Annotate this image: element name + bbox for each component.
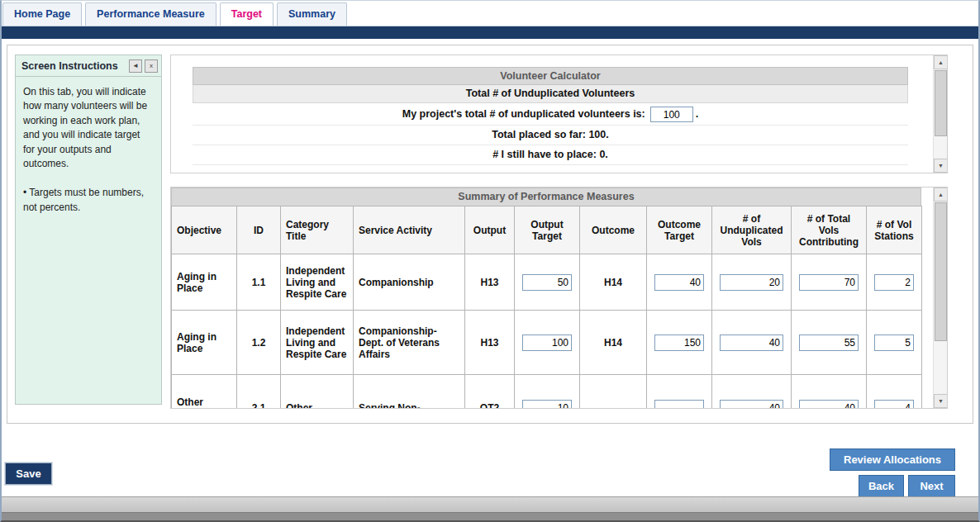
volunteer-calculator-table: Volunteer Calculator Total # of Unduplic… [193, 67, 908, 165]
cell-output-target [515, 375, 580, 410]
cell-id: 1.2 [237, 311, 281, 375]
scroll-down-icon[interactable]: ▼ [934, 394, 948, 408]
app-window: Home Page Performance Measure Target Sum… [0, 0, 980, 522]
table-row: Aging in Place 1.2 Independent Living an… [172, 311, 922, 375]
tab-home-page[interactable]: Home Page [2, 2, 82, 26]
cell-unduplicated-vols [712, 311, 792, 375]
cell-activity: Companionship [354, 254, 465, 311]
cell-outcome [580, 375, 647, 410]
volunteer-calculator-panel: Volunteer Calculator Total # of Unduplic… [170, 55, 948, 173]
cell-activity: Companionship-Dept. of Veterans Affairs [354, 311, 465, 375]
cell-outcome: H14 [580, 254, 647, 311]
cell-activity: Serving Non- [354, 375, 465, 410]
next-button[interactable]: Next [908, 475, 955, 497]
performance-measures-title: Summary of Performance Measures [171, 187, 921, 206]
col-unduplicated-vols: # of Unduplicated Vols [712, 206, 792, 254]
content-area: Screen Instructions ◄ x On this tab, you… [7, 45, 973, 424]
back-button[interactable]: Back [859, 475, 904, 497]
cell-output: OT2 [465, 375, 515, 410]
screen-instructions-body: On this tab, you will indicate how many … [16, 77, 161, 223]
outcome-target-input[interactable] [654, 400, 704, 410]
col-vol-stations: # of Vol Stations [867, 206, 922, 254]
col-outcome-target: Outcome Target [647, 206, 712, 254]
cell-unduplicated-vols [712, 254, 792, 311]
col-service-activity: Service Activity [354, 206, 465, 254]
cell-total-vols [792, 375, 867, 410]
table-row: Other Healthy 2.1 Other Serving Non- OT2 [172, 375, 922, 410]
after-input-period: . [696, 108, 698, 120]
cell-category: Independent Living and Respite Care [281, 311, 354, 375]
cell-outcome-target [647, 311, 712, 375]
cell-id: 2.1 [237, 375, 281, 410]
total-vols-input[interactable] [799, 400, 859, 410]
table-header-row: Objective ID Category Title Service Acti… [172, 206, 922, 254]
screen-instructions-title: Screen Instructions [21, 60, 126, 72]
screen-instructions-header: Screen Instructions ◄ x [16, 55, 161, 77]
output-target-input[interactable] [522, 274, 572, 291]
scroll-up-icon[interactable]: ▲ [934, 187, 948, 202]
cell-objective: Aging in Place [172, 254, 237, 311]
status-bar [2, 496, 978, 512]
table-row: Aging in Place 1.1 Independent Living an… [172, 254, 922, 311]
calculator-scrollbar-thumb[interactable] [935, 70, 947, 136]
vol-stations-input[interactable] [874, 335, 914, 351]
instructions-paragraph: On this tab, you will indicate how many … [23, 85, 154, 171]
cell-vol-stations [867, 375, 922, 410]
header-bar [2, 26, 978, 39]
summary-scrollbar[interactable]: ▲ ▼ [933, 187, 947, 408]
cell-unduplicated-vols [712, 375, 792, 410]
col-category-title: Category Title [281, 206, 354, 254]
scroll-down-icon[interactable]: ▼ [934, 159, 948, 173]
unduplicated-vols-input[interactable] [720, 274, 783, 291]
total-vols-input[interactable] [799, 335, 859, 351]
output-target-input[interactable] [522, 400, 572, 410]
cell-category: Independent Living and Respite Care [281, 254, 354, 311]
col-output-target: Output Target [515, 206, 580, 254]
scroll-up-icon[interactable]: ▲ [934, 55, 948, 69]
cell-outcome-target [647, 254, 712, 311]
output-target-input[interactable] [522, 335, 572, 351]
cell-total-vols [792, 311, 867, 375]
tab-target[interactable]: Target [220, 2, 274, 26]
total-vols-input[interactable] [799, 274, 859, 291]
calculator-title: Volunteer Calculator [193, 67, 908, 85]
save-button[interactable]: Save [5, 463, 52, 485]
instructions-close-icon[interactable]: x [145, 59, 158, 73]
review-allocations-button[interactable]: Review Allocations [830, 448, 955, 471]
unduplicated-vols-input[interactable] [720, 335, 783, 351]
cell-outcome: H14 [580, 311, 647, 375]
outcome-target-input[interactable] [654, 274, 704, 291]
performance-measures-panel: Summary of Performance Measures Objectiv… [170, 187, 948, 409]
instructions-collapse-icon[interactable]: ◄ [129, 59, 142, 73]
tab-performance-measure[interactable]: Performance Measure [85, 2, 216, 26]
col-id: ID [237, 206, 281, 254]
cell-output-target [515, 311, 580, 375]
outcome-target-input[interactable] [654, 335, 704, 351]
col-total-vols-contributing: # of Total Vols Contributing [792, 206, 867, 254]
cell-output-target [515, 254, 580, 311]
unduplicated-volunteers-input[interactable] [650, 107, 693, 122]
calculator-scrollbar[interactable]: ▲ ▼ [933, 55, 947, 173]
cell-output: H13 [465, 254, 515, 311]
screen-instructions-panel: Screen Instructions ◄ x On this tab, you… [15, 55, 162, 405]
vol-stations-input[interactable] [874, 274, 914, 291]
unduplicated-volunteers-row: My project's total # of unduplicated vol… [193, 103, 908, 126]
summary-scrollbar-thumb[interactable] [935, 202, 947, 341]
cell-id: 1.1 [237, 254, 281, 311]
performance-measures-table: Objective ID Category Title Service Acti… [171, 206, 922, 409]
calculator-subtitle: Total # of Unduplicated Volunteers [193, 85, 908, 103]
cell-vol-stations [867, 311, 922, 375]
unduplicated-volunteers-label: My project's total # of unduplicated vol… [402, 108, 645, 120]
unduplicated-vols-input[interactable] [720, 400, 783, 410]
bottom-edge [2, 512, 978, 520]
col-outcome: Outcome [580, 206, 647, 254]
still-to-place-text: # I still have to place: 0. [193, 145, 908, 165]
instructions-note: • Targets must be numbers, not percents. [23, 186, 154, 215]
tab-summary[interactable]: Summary [277, 2, 347, 26]
col-output: Output [465, 206, 515, 254]
cell-objective: Aging in Place [172, 311, 237, 375]
cell-outcome-target [647, 375, 712, 410]
total-placed-text: Total placed so far: 100. [193, 126, 908, 145]
cell-objective: Other Healthy [172, 375, 237, 410]
vol-stations-input[interactable] [874, 400, 914, 410]
